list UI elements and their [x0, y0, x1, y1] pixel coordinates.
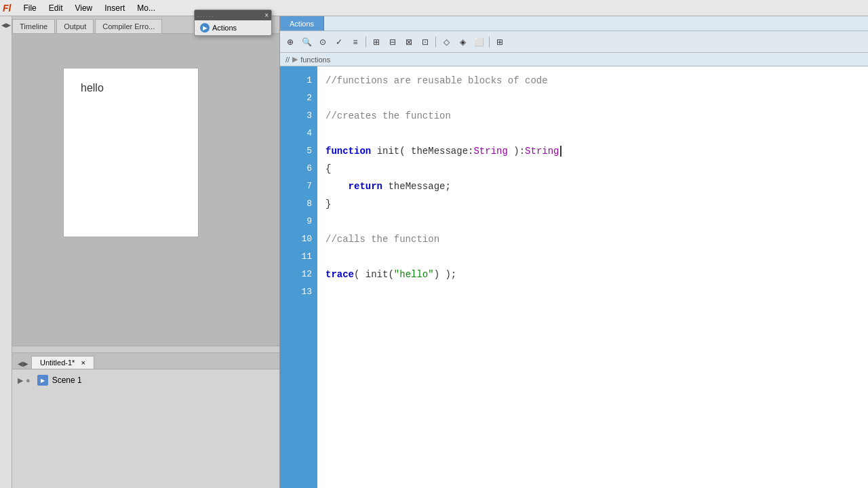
- line-num-1: 1: [280, 72, 317, 89]
- code-line-7: return theMessage;: [326, 178, 860, 195]
- scene-arrow[interactable]: ▶: [18, 376, 23, 385]
- actions-float-icon: ▶: [200, 23, 210, 33]
- scene-row: ▶ ● ▶ Scene 1: [18, 373, 86, 387]
- menu-insert[interactable]: Insert: [99, 2, 130, 14]
- menu-file[interactable]: File: [18, 2, 41, 14]
- left-toolbar: ◀▶: [0, 16, 12, 488]
- code-trace-close: ) );: [434, 267, 457, 282]
- breadcrumb-slash: //: [285, 56, 290, 64]
- toolbar-sep-2: [435, 37, 436, 47]
- code-line-11: [326, 248, 860, 266]
- toolbar-tool8-btn[interactable]: ⊞: [492, 35, 507, 49]
- tab-compiler-errors[interactable]: Compiler Erro...: [95, 19, 162, 33]
- actions-float-panel: ...... × ▶ Actions: [194, 9, 272, 36]
- actions-float-title[interactable]: ...... ×: [195, 10, 271, 20]
- actions-tab[interactable]: Actions: [280, 16, 324, 30]
- code-comment-1: //functions are reusable blocks of code: [326, 73, 548, 88]
- line-num-6: 6: [280, 160, 317, 178]
- scene-dot[interactable]: ●: [26, 376, 31, 384]
- code-keyword-return: return: [349, 179, 382, 194]
- tab-timeline[interactable]: Timeline: [12, 19, 55, 33]
- line-num-3: 3: [280, 107, 317, 125]
- actions-float-label: Actions: [212, 24, 237, 32]
- toolbar-add-btn[interactable]: ⊕: [283, 35, 298, 49]
- code-trace: trace: [326, 267, 354, 282]
- actions-toolbar: ⊕ 🔍 ⊙ ✓ ≡ ⊞ ⊟ ⊠ ⊡ ◇ ◈ ⬜ ⊞: [280, 31, 868, 53]
- menu-more[interactable]: Mo...: [132, 2, 161, 14]
- line-num-5: 5: [280, 142, 317, 160]
- code-indent: [326, 179, 349, 194]
- bottom-content: ▶ ● ▶ Scene 1: [12, 369, 279, 488]
- toolbar-tool2-btn[interactable]: ⊟: [385, 35, 400, 49]
- breadcrumb-arrow: ▶: [292, 55, 298, 64]
- toolbar-sep-1: [366, 37, 366, 47]
- menu-view[interactable]: View: [69, 2, 98, 14]
- line-num-7: 7: [280, 178, 317, 195]
- code-area[interactable]: 1 2 3 4 5 6 7 8 9 10 11 12 13 //function…: [280, 66, 868, 488]
- left-panel: Timeline Output Compiler Erro... hello ◀…: [12, 16, 280, 488]
- line-num-11: 11: [280, 248, 317, 266]
- code-type-string1: String: [473, 144, 507, 159]
- code-paren-close: ):: [508, 144, 525, 159]
- code-return-val: theMessage;: [382, 179, 451, 194]
- toolbar-sep-3: [489, 37, 490, 47]
- tab-untitled[interactable]: Untitled-1* ×: [31, 356, 94, 369]
- code-line-10: //calls the function: [326, 230, 860, 248]
- close-tab-btn[interactable]: ×: [81, 359, 85, 367]
- toolbar-tool1-btn[interactable]: ⊞: [369, 35, 384, 49]
- code-init: init( theMessage:: [377, 144, 474, 159]
- actions-tab-strip: Actions: [280, 16, 868, 31]
- line-num-2: 2: [280, 89, 317, 107]
- line-numbers: 1 2 3 4 5 6 7 8 9 10 11 12 13: [280, 66, 317, 488]
- toolbar-tool3-btn[interactable]: ⊠: [401, 35, 416, 49]
- code-comment-10: //calls the function: [326, 232, 439, 247]
- toolbar-target-btn[interactable]: ⊙: [315, 35, 330, 49]
- stage-canvas: hello: [63, 68, 199, 237]
- code-line-2: [326, 89, 860, 107]
- code-string-hello: "hello": [394, 267, 434, 282]
- toolbar-search-btn[interactable]: 🔍: [299, 35, 314, 49]
- code-line-9: [326, 213, 860, 230]
- code-editor[interactable]: //functions are reusable blocks of code …: [317, 66, 868, 488]
- scene-icon: ▶: [37, 375, 48, 386]
- line-num-8: 8: [280, 195, 317, 213]
- code-brace-open: {: [326, 161, 331, 176]
- code-line-12: trace ( init( "hello" ) );: [326, 266, 860, 283]
- close-float-btn[interactable]: ×: [264, 12, 269, 19]
- actions-float-button[interactable]: ▶ Actions: [195, 20, 271, 35]
- toolbar-tool6-btn[interactable]: ◈: [455, 35, 470, 49]
- code-keyword-function: function: [326, 144, 377, 159]
- line-num-13: 13: [280, 283, 317, 301]
- code-line-6: {: [326, 160, 860, 178]
- toolbar-check-btn[interactable]: ✓: [332, 35, 347, 49]
- main-layout: ◀▶ Timeline Output Compiler Erro... hell…: [0, 16, 868, 488]
- line-num-12: 12: [280, 266, 317, 283]
- collapse-btn[interactable]: ◀▶: [15, 359, 31, 369]
- toolbar-tool5-btn[interactable]: ◇: [439, 35, 454, 49]
- horizontal-scrollbar[interactable]: [12, 346, 279, 352]
- code-line-5: function init( theMessage: String ): Str…: [326, 142, 860, 160]
- menu-edit[interactable]: Edit: [43, 2, 68, 14]
- line-num-9: 9: [280, 213, 317, 230]
- code-line-3: //creates the function: [326, 107, 860, 125]
- toolbar-tool7-btn[interactable]: ⬜: [471, 35, 486, 49]
- toolbar-indent-btn[interactable]: ≡: [348, 35, 363, 49]
- actions-panel: Actions ⊕ 🔍 ⊙ ✓ ≡ ⊞ ⊟ ⊠ ⊡ ◇ ◈ ⬜ ⊞ // ▶ f…: [280, 16, 868, 488]
- stage-area: hello: [12, 34, 279, 352]
- bottom-panel: ◀▶ Untitled-1* × ▶ ● ▶ Scene 1: [12, 352, 279, 488]
- tab-output[interactable]: Output: [56, 19, 94, 33]
- code-line-4: [326, 125, 860, 142]
- stage-hello-text: hello: [81, 82, 104, 94]
- breadcrumb-bar: // ▶ functions: [280, 53, 868, 66]
- scene-item[interactable]: ▶ Scene 1: [33, 373, 86, 387]
- bottom-tabs: ◀▶ Untitled-1* ×: [12, 353, 279, 369]
- code-type-string2: String: [525, 144, 559, 159]
- line-num-10: 10: [280, 230, 317, 248]
- breadcrumb-functions: functions: [300, 56, 330, 64]
- line-num-4: 4: [280, 125, 317, 142]
- toolbar-tool4-btn[interactable]: ⊡: [418, 35, 433, 49]
- scene-label: Scene 1: [52, 375, 82, 385]
- code-trace-open: ( init(: [354, 267, 394, 282]
- code-line-1: //functions are reusable blocks of code: [326, 72, 860, 89]
- code-brace-close: }: [326, 197, 331, 211]
